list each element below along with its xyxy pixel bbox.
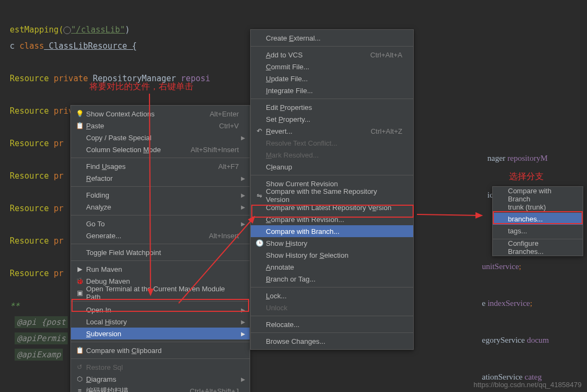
code-token: ) xyxy=(125,25,130,35)
menu-item-shortcut: Alt+F7 xyxy=(218,162,239,171)
menu-item-label: Compare with Latest Repository Version xyxy=(265,204,402,212)
menu-item-run-maven[interactable]: ▶Run Maven xyxy=(71,263,250,275)
menu-item-go-to[interactable]: Go To▶ xyxy=(71,218,250,230)
menu-item-label: Configure Branches... xyxy=(507,239,572,256)
menu-item-annotate[interactable]: Annotate xyxy=(251,261,413,273)
context-menu-subversion[interactable]: Create External...Add to VCSCtrl+Alt+ACo… xyxy=(250,29,414,350)
menu-item-trunk-trunk[interactable]: trunk (trunk) xyxy=(493,201,583,213)
code-token: Resource xyxy=(10,171,49,181)
menu-item-restore-sql: ↺Restore Sql xyxy=(71,361,250,373)
menu-item-label: Lock... xyxy=(265,292,402,300)
menu-item-icon: 💡 xyxy=(74,110,85,117)
menu-item-shortcut: Ctrl+Alt+Z xyxy=(370,127,402,135)
menu-item-shortcut: Alt+Insert xyxy=(209,232,239,240)
menu-item-show-history[interactable]: 🕒Show History xyxy=(251,237,413,249)
code-token: categ xyxy=(525,373,542,381)
menu-separator xyxy=(251,46,413,47)
menu-item-refactor[interactable]: Refactor▶ xyxy=(71,172,250,184)
menu-item-open-terminal-at-the-current-maven-module-path[interactable]: ▣Open Terminal at the Current Maven Modu… xyxy=(71,287,250,299)
menu-item-icon: 🕒 xyxy=(254,239,265,247)
menu-item-column-selection-mode[interactable]: Column Selection ModeAlt+Shift+Insert xyxy=(71,143,250,155)
menu-item-label: Compare with Branch... xyxy=(265,227,402,236)
menu-item-folding[interactable]: Folding▶ xyxy=(71,189,250,201)
submenu-arrow-icon: ▶ xyxy=(241,221,245,227)
menu-item-label: Compare with Clipboard xyxy=(85,347,239,355)
menu-item-label: Add to VCS xyxy=(265,51,354,59)
menu-item-icon: ≡ xyxy=(74,387,85,392)
menu-item-show-history-for-selection[interactable]: Show History for Selection xyxy=(251,249,413,261)
menu-item-compare-with-clipboard[interactable]: 📋Compare with Clipboard xyxy=(71,344,250,356)
menu-item-toggle-field-watchpoint[interactable]: Toggle Field Watchpoint xyxy=(71,246,250,258)
menu-item-find-usages[interactable]: Find UsagesAlt+F7 xyxy=(71,160,250,172)
menu-item-integrate-file[interactable]: Integrate File... xyxy=(251,84,413,96)
menu-item-show-context-actions[interactable]: 💡Show Context ActionsAlt+Enter xyxy=(71,108,250,120)
code-token: pr xyxy=(49,139,63,148)
code-token: ** xyxy=(10,301,19,311)
menu-item-copy-paste-special[interactable]: Copy / Paste Special▶ xyxy=(71,132,250,143)
menu-item-analyze[interactable]: Analyze▶ xyxy=(71,201,250,213)
menu-item-label: Copy / Paste Special xyxy=(85,134,239,142)
menu-item-compare-with-revision[interactable]: Compare with Revision... xyxy=(251,213,413,225)
menu-item-generate[interactable]: Generate...Alt+Insert xyxy=(71,230,250,241)
submenu-arrow-icon: ▶ xyxy=(241,175,245,181)
menu-item-label: Diagrams xyxy=(85,375,239,383)
menu-item-icon: ↶ xyxy=(254,127,265,135)
menu-item-configure-branches[interactable]: Configure Branches... xyxy=(493,241,583,253)
menu-item-diagrams[interactable]: ⬡Diagrams▶ xyxy=(71,373,250,385)
submenu-arrow-icon: ▶ xyxy=(241,376,245,382)
menu-item-compare-with-the-same-repository-version[interactable]: ⇋Compare with the Same Repository Versio… xyxy=(251,190,413,201)
menu-item-icon: ⇋ xyxy=(254,192,265,199)
menu-item-open-in[interactable]: Open In▶ xyxy=(71,304,250,316)
menu-item-mark-resolved: Mark Resolved... xyxy=(251,149,413,161)
menu-item-lock[interactable]: Lock... xyxy=(251,290,413,302)
menu-item-label: trunk (trunk) xyxy=(507,203,572,211)
submenu-arrow-icon: ▶ xyxy=(241,192,245,198)
menu-item-label: Open Terminal at the Current Maven Modul… xyxy=(85,285,239,301)
code-token: private xyxy=(49,74,93,83)
menu-item-add-to-vcs[interactable]: Add to VCSCtrl+Alt+A xyxy=(251,49,413,61)
context-menu-main[interactable]: 💡Show Context ActionsAlt+Enter📋PasteCtrl… xyxy=(70,105,250,392)
menu-item-tags[interactable]: tags... xyxy=(493,225,583,237)
menu-item-icon: ⬡ xyxy=(74,375,85,383)
code-token: @api {post xyxy=(15,316,68,328)
menu-item-local-history[interactable]: Local History▶ xyxy=(71,316,250,328)
menu-item-icon: ▶ xyxy=(74,265,85,273)
code-token: @apiExamp xyxy=(15,349,63,361)
menu-item-label: Annotate xyxy=(265,263,402,271)
menu-item-label: Toggle Field Watchpoint xyxy=(85,249,239,257)
code-token: ationService xyxy=(482,373,525,381)
menu-item-update-file[interactable]: Update File... xyxy=(251,73,413,84)
menu-item-subversion[interactable]: Subversion▶ xyxy=(71,328,250,339)
menu-item-browse-changes[interactable]: Browse Changes... xyxy=(251,335,413,347)
annotation-hint: 选择分支 xyxy=(509,171,544,182)
menu-item-icon: 📋 xyxy=(74,122,85,129)
menu-item-compare-with-branch[interactable]: Compare with Branch xyxy=(493,189,583,201)
menu-item-commit-file[interactable]: Commit File... xyxy=(251,61,413,73)
menu-item-[interactable]: ≡编码规约扫描Ctrl+Alt+Shift+J xyxy=(71,385,250,392)
menu-item-relocate[interactable]: Relocate... xyxy=(251,318,413,330)
menu-item-edit-properties[interactable]: Edit Properties xyxy=(251,101,413,113)
menu-item-label: Folding xyxy=(85,191,239,199)
menu-item-label: Edit Properties xyxy=(265,103,402,112)
menu-item-cleanup[interactable]: Cleanup xyxy=(251,161,413,173)
menu-item-label: Open In xyxy=(85,306,239,314)
menu-item-label: Unlock xyxy=(265,304,402,312)
menu-item-branch-or-tag[interactable]: Branch or Tag... xyxy=(251,273,413,285)
menu-item-icon: ↺ xyxy=(74,363,85,371)
menu-item-label: Revert... xyxy=(265,127,354,135)
menu-item-compare-with-branch[interactable]: Compare with Branch... xyxy=(251,225,413,237)
context-menu-branch[interactable]: Compare with Branchtrunk (trunk)branches… xyxy=(492,186,583,256)
menu-item-create-external[interactable]: Create External... xyxy=(251,32,413,44)
menu-item-revert[interactable]: ↶Revert...Ctrl+Alt+Z xyxy=(251,125,413,137)
code-token: "/classLib" xyxy=(71,25,125,35)
menu-item-label: Compare with Revision... xyxy=(265,215,402,224)
menu-item-branches[interactable]: branches... xyxy=(493,213,583,225)
menu-item-label: Show History xyxy=(265,239,402,247)
menu-item-paste[interactable]: 📋PasteCtrl+V xyxy=(71,120,250,132)
menu-item-set-property[interactable]: Set Property... xyxy=(251,113,413,125)
submenu-arrow-icon: ▶ xyxy=(241,307,245,313)
menu-item-icon: 🐞 xyxy=(74,277,85,285)
menu-item-compare-with-latest-repository-version[interactable]: Compare with Latest Repository Version xyxy=(251,201,413,213)
menu-item-shortcut: Ctrl+V xyxy=(219,122,239,130)
code-token: indexService xyxy=(487,299,530,308)
